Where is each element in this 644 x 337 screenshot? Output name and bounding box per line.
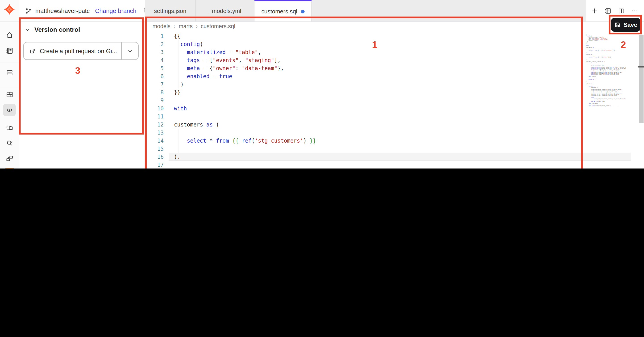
breadcrumb: models›marts›customers.sql [152, 23, 235, 30]
code-lines[interactable]: 1{{2 config(3 materialized = "table",4 t… [144, 32, 577, 168]
line-number: 9 [144, 97, 164, 104]
code-line-6[interactable]: 6 enabled = true [144, 72, 577, 80]
header: matthewshaver-patc Change branch setting… [19, 0, 644, 22]
breadcrumb-item[interactable]: customers.sql [201, 23, 235, 29]
explore-icon [5, 138, 14, 147]
git-branch-icon [25, 7, 32, 14]
code-line-15[interactable]: 15 [144, 145, 577, 153]
branch-selector: matthewshaver-patc Change branch [25, 0, 149, 21]
code-line-10[interactable]: 10with [144, 105, 577, 113]
create-pr-button-main[interactable]: Create a pull request on Gi... [24, 42, 121, 59]
notebook-nav[interactable] [3, 44, 16, 57]
explore-nav[interactable] [3, 136, 16, 149]
tab-_models.yml[interactable]: _models.yml [196, 0, 254, 21]
tab-customers.sql[interactable]: customers.sql [254, 0, 312, 21]
line-number: 13 [144, 130, 164, 136]
tab-label: settings.json [154, 7, 186, 14]
breadcrumb-separator: › [174, 23, 176, 29]
save-label: Save [624, 21, 637, 28]
home-icon [5, 31, 14, 39]
line-number: 7 [144, 81, 164, 88]
code-line-16[interactable]: 16), [144, 153, 577, 161]
code-line-5[interactable]: 5 meta = {"owner": "data-team"}, [144, 64, 577, 72]
line-number: 10 [144, 105, 164, 112]
app-window: matthewshaver-patc Change branch setting… [0, 0, 644, 168]
line-number: 14 [144, 138, 164, 144]
tab-label: customers.sql [262, 8, 297, 15]
save-icon [614, 21, 621, 28]
chevron-down-icon [126, 48, 133, 54]
create-pr-dropdown[interactable] [121, 42, 138, 59]
code-line-1[interactable]: 1{{ [144, 32, 577, 40]
code-line-14[interactable]: 14 select * from {{ ref('stg_customers')… [144, 137, 577, 145]
branch-name: matthewshaver-patc [35, 7, 90, 14]
breadcrumb-item[interactable]: marts [179, 23, 193, 29]
chevron-down-icon [24, 26, 31, 33]
line-number: 1 [144, 33, 164, 39]
version-control-title: Version control [34, 26, 80, 33]
code-line-3[interactable]: 3 materialized = "table", [144, 48, 577, 56]
breadcrumb-item[interactable]: models [152, 23, 170, 29]
editor-minimap[interactable]: {{ config( materialized = "table", tags … [586, 34, 626, 107]
dbt-logo[interactable] [3, 3, 16, 16]
breadcrumb-separator: › [196, 23, 198, 29]
compare-nav[interactable] [3, 152, 16, 164]
code-line-13[interactable]: 13 [144, 129, 577, 137]
side-panel: Version control Create a pull request on… [19, 21, 144, 168]
line-number: 2 [144, 41, 164, 47]
frame-icon [5, 123, 14, 132]
notebook-icon [5, 46, 14, 55]
copilot-nav[interactable] [4, 168, 16, 168]
editor-scrollbar[interactable] [638, 21, 644, 168]
layout-icon [5, 90, 14, 99]
line-number: 6 [144, 73, 164, 79]
notebook-icon[interactable] [604, 7, 612, 14]
code-line-4[interactable]: 4 tags = ["events", "staging"], [144, 56, 577, 64]
line-number: 5 [144, 65, 164, 71]
compare-icon [5, 154, 14, 162]
code-icon [5, 106, 14, 114]
split-editor-icon[interactable] [618, 7, 625, 14]
line-number: 11 [144, 113, 164, 120]
line-number: 8 [144, 89, 164, 96]
change-branch-link[interactable]: Change branch [95, 7, 136, 14]
create-pr-label: Create a pull request on Gi... [40, 48, 117, 54]
save-button[interactable]: Save [611, 18, 640, 32]
line-number: 17 [144, 162, 164, 168]
drawer-nav[interactable] [3, 66, 16, 79]
code-line-7[interactable]: 7 ) [144, 80, 577, 88]
line-number: 15 [144, 146, 164, 152]
code-editor[interactable]: models›marts›customers.sql 1{{2 config(3… [144, 21, 644, 168]
frame-nav[interactable] [3, 121, 16, 134]
code-line-12[interactable]: 12customers as ( [144, 121, 577, 129]
tab-label: _models.yml [209, 7, 241, 14]
editor-tabstrip: settings.json_models.ymlcustomers.sql [145, 0, 590, 21]
code-line-8[interactable]: 8}} [144, 88, 577, 96]
tab-settings.json[interactable]: settings.json [145, 0, 196, 21]
code-line-2[interactable]: 2 config( [144, 40, 577, 48]
version-control-header[interactable]: Version control [24, 26, 80, 33]
code-nav[interactable] [3, 104, 16, 116]
scrollbar-thumb[interactable] [639, 35, 644, 123]
left-rail [0, 0, 19, 168]
home-nav[interactable] [3, 29, 16, 41]
external-link-icon [29, 48, 36, 54]
more-actions-icon[interactable] [631, 7, 639, 14]
layout-nav[interactable] [3, 88, 16, 101]
code-line-11[interactable]: 11 [144, 113, 577, 121]
new-tab-icon[interactable] [591, 7, 598, 14]
modified-dot-icon [301, 9, 304, 13]
create-pr-button[interactable]: Create a pull request on Gi... [23, 42, 139, 60]
code-line-17[interactable]: 17 [144, 161, 577, 168]
line-number: 16 [144, 154, 164, 160]
code-line-9[interactable]: 9 [144, 96, 577, 105]
drawer-icon [5, 68, 14, 77]
line-number: 4 [144, 57, 164, 63]
line-number: 3 [144, 49, 164, 55]
line-number: 12 [144, 122, 164, 128]
